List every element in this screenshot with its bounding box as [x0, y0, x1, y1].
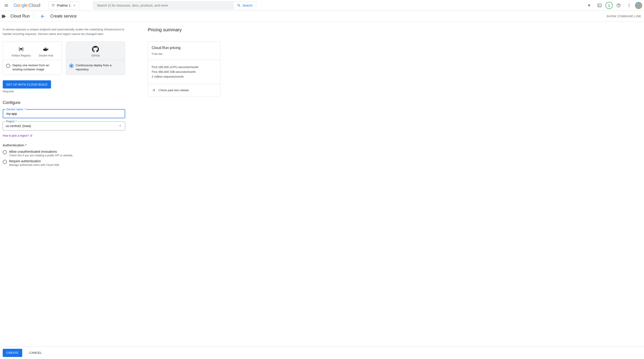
svg-point-0	[52, 4, 53, 5]
search-input[interactable]	[93, 2, 233, 9]
help-button[interactable]	[614, 1, 623, 10]
radio-continuous-deploy[interactable]	[70, 64, 74, 68]
content: A service exposes a unique endpoint and …	[0, 22, 644, 187]
help-icon	[616, 3, 621, 8]
radio-existing-image-label: Deploy one revision from an existing con…	[12, 63, 58, 72]
form-column: A service exposes a unique endpoint and …	[3, 27, 125, 169]
project-name: Prakhar 1	[57, 4, 71, 7]
terminal-icon	[597, 3, 602, 8]
auth-allow-unauth[interactable]: Allow unauthenticated invocations Check …	[3, 150, 125, 157]
gemini-button[interactable]	[584, 1, 594, 10]
provider-docker-hub: Docker Hub	[39, 46, 53, 57]
sparkle-icon	[587, 3, 592, 8]
free-tier-item: First 360,000 GiB-seconds/month	[152, 70, 216, 74]
svg-point-2	[52, 6, 54, 7]
show-command-line-button[interactable]: SHOW COMMAND LINE	[606, 15, 641, 18]
cloud-run-icon	[1, 13, 7, 20]
notifications-button[interactable]: 1	[606, 2, 613, 9]
artifact-registry-icon	[18, 46, 24, 53]
caret-down-icon	[118, 124, 122, 128]
service-name[interactable]: Cloud Run	[10, 14, 30, 19]
svg-point-7	[628, 5, 629, 6]
pricing-tier: Free tier	[152, 52, 216, 56]
page-title: Create service	[50, 14, 77, 19]
project-icon	[52, 4, 55, 7]
gcp-logo[interactable]: Google Cloud	[14, 3, 40, 8]
free-tier-item: 2 million requests/month	[152, 75, 216, 78]
sub-header: Cloud Run Create service SHOW COMMAND LI…	[0, 11, 644, 22]
svg-point-8	[628, 6, 629, 7]
kebab-icon	[627, 3, 631, 8]
pricing-panel: Cloud Run pricing Free tier First 180,00…	[148, 42, 220, 97]
hamburger-icon	[4, 3, 8, 8]
deploy-option-cards: Artifact Registry Docker Hub Deploy one …	[3, 42, 125, 75]
provider-artifact-registry: Artifact Registry	[11, 46, 30, 57]
more-button[interactable]	[624, 1, 634, 10]
service-name-input[interactable]	[6, 112, 122, 116]
svg-point-1	[54, 4, 54, 5]
svg-point-10	[21, 48, 22, 49]
search-icon	[237, 4, 241, 8]
divider	[34, 13, 34, 20]
project-picker[interactable]: Prakhar 1	[48, 1, 79, 10]
service-name-field[interactable]: Service name *	[3, 109, 125, 118]
topbar-right: 1	[584, 1, 642, 10]
svg-rect-3	[598, 4, 601, 7]
auth-require[interactable]: Require authentication Manage authorized…	[3, 159, 125, 167]
search-button[interactable]: Search	[233, 2, 256, 9]
radio-existing-image[interactable]	[6, 64, 10, 68]
deploy-option-existing-image[interactable]: Artifact Registry Docker Hub Deploy one …	[3, 42, 62, 75]
paid-tiers-link[interactable]: Check paid tiers details	[152, 88, 216, 92]
radio-continuous-deploy-label: Continuously deploy from a repository	[76, 63, 122, 72]
arrow-right-icon	[152, 88, 156, 92]
back-button[interactable]	[38, 12, 47, 21]
svg-rect-15	[44, 48, 45, 49]
cloud-shell-button[interactable]	[595, 1, 604, 10]
docker-icon	[43, 46, 50, 53]
nav-menu-button[interactable]	[2, 1, 11, 10]
region-help-link[interactable]: How to pick a region?	[3, 134, 32, 137]
configure-heading: Configure	[3, 100, 125, 105]
setup-cloud-build-button[interactable]: Set up with Cloud Build	[3, 80, 51, 89]
top-bar: Google Cloud Prakhar 1 Search 1	[0, 0, 644, 11]
svg-point-9	[20, 48, 21, 49]
arrow-left-icon	[40, 14, 45, 19]
region-label: Region *	[5, 120, 18, 123]
external-link-icon	[30, 134, 32, 137]
account-avatar[interactable]	[635, 2, 642, 9]
svg-point-11	[21, 50, 21, 50]
service-name-label: Service name *	[6, 108, 26, 111]
required-helper: Required	[3, 90, 125, 93]
provider-github: GitHub	[92, 46, 100, 57]
pricing-column: Pricing summary Cloud Run pricing Free t…	[148, 27, 220, 169]
svg-rect-16	[46, 48, 46, 49]
deploy-option-continuous[interactable]: GitHub Continuously deploy from a reposi…	[66, 42, 125, 75]
free-tier-item: First 180,000 vCPU-seconds/month	[152, 65, 216, 69]
radio-allow-unauth[interactable]	[3, 150, 7, 154]
radio-require-auth[interactable]	[3, 160, 7, 164]
free-tier-list: First 180,000 vCPU-seconds/month First 3…	[152, 65, 216, 78]
auth-heading: Authentication *	[3, 143, 125, 147]
github-icon	[92, 46, 99, 53]
region-value: us-central1 (Iowa)	[6, 124, 118, 128]
caret-down-icon	[72, 4, 76, 8]
pricing-heading: Pricing summary	[148, 27, 220, 33]
search-bar: Search	[93, 1, 256, 10]
form-description: A service exposes a unique endpoint and …	[3, 27, 125, 36]
svg-point-6	[628, 4, 629, 4]
region-field[interactable]: Region * us-central1 (Iowa)	[3, 121, 125, 131]
pricing-title: Cloud Run pricing	[152, 46, 216, 50]
